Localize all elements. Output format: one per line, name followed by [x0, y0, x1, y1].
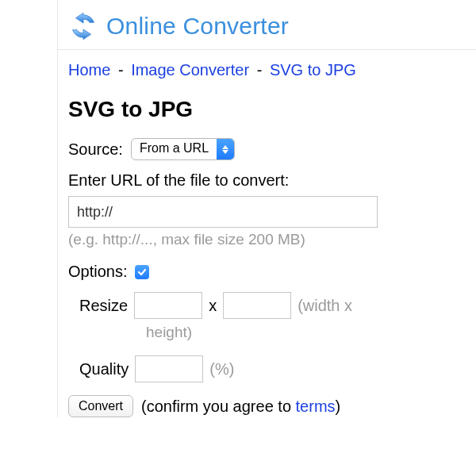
source-label: Source:	[68, 140, 123, 159]
options-checkbox[interactable]	[135, 265, 149, 279]
resize-label: Resize	[79, 297, 128, 315]
page-title: SVG to JPG	[68, 97, 476, 122]
convert-button[interactable]: Convert	[68, 395, 133, 417]
quality-input[interactable]	[135, 355, 203, 382]
breadcrumb-sep: -	[254, 61, 266, 79]
resize-x: x	[209, 297, 217, 315]
brand-header: Online Converter	[68, 6, 476, 49]
breadcrumb-sep: -	[115, 61, 127, 79]
brand-title: Online Converter	[106, 13, 289, 40]
breadcrumb-image-converter[interactable]: Image Converter	[131, 61, 249, 79]
quality-label: Quality	[79, 360, 129, 378]
source-select-value: From a URL	[132, 139, 217, 159]
refresh-arrows-icon	[68, 11, 98, 41]
confirm-pre: (confirm you agree to	[141, 397, 296, 415]
header-divider	[57, 49, 476, 50]
resize-width-input[interactable]	[134, 292, 202, 319]
convert-row: Convert (confirm you agree to terms)	[68, 395, 476, 417]
options-row: Options:	[68, 263, 476, 281]
breadcrumb-home[interactable]: Home	[68, 61, 110, 79]
updown-icon	[217, 139, 234, 159]
resize-unit-hint: (width x	[298, 297, 352, 315]
confirm-post: )	[336, 397, 341, 415]
confirm-text: (confirm you agree to terms)	[141, 397, 340, 416]
terms-link[interactable]: terms	[296, 397, 336, 415]
breadcrumb-svg-to-jpg[interactable]: SVG to JPG	[270, 61, 356, 79]
resize-row: Resize x (width x	[79, 292, 476, 319]
url-label: Enter URL of the file to convert:	[68, 171, 476, 190]
options-label: Options:	[68, 263, 127, 281]
resize-height-input[interactable]	[223, 292, 291, 319]
quality-unit: (%)	[209, 360, 234, 378]
source-select[interactable]: From a URL	[131, 138, 235, 160]
url-input[interactable]	[68, 196, 378, 228]
breadcrumb: Home - Image Converter - SVG to JPG	[68, 58, 476, 89]
url-hint: (e.g. http://..., max file size 200 MB)	[68, 231, 476, 248]
source-row: Source: From a URL	[68, 138, 476, 160]
resize-sub-hint: height)	[79, 324, 476, 341]
quality-row: Quality (%)	[79, 355, 476, 382]
